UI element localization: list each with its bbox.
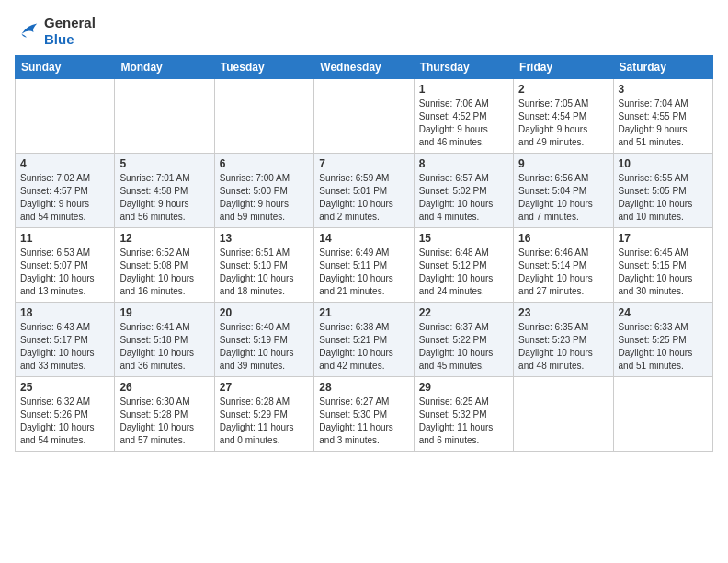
day-number: 6: [220, 157, 309, 170]
day-number: 24: [619, 306, 708, 319]
day-info: Sunrise: 6:52 AM Sunset: 5:08 PM Dayligh…: [119, 247, 209, 298]
calendar-cell: 1Sunrise: 7:06 AM Sunset: 4:52 PM Daylig…: [414, 79, 513, 154]
day-info: Sunrise: 7:01 AM Sunset: 4:58 PM Dayligh…: [119, 172, 209, 224]
day-number: 28: [319, 381, 408, 394]
calendar-cell: 22Sunrise: 6:37 AM Sunset: 5:22 PM Dayli…: [414, 303, 513, 377]
day-info: Sunrise: 6:55 AM Sunset: 5:05 PM Dayligh…: [619, 172, 708, 224]
day-info: Sunrise: 6:41 AM Sunset: 5:18 PM Dayligh…: [119, 321, 209, 373]
day-info: Sunrise: 6:56 AM Sunset: 5:04 PM Dayligh…: [518, 172, 608, 224]
calendar-week-row: 18Sunrise: 6:43 AM Sunset: 5:17 PM Dayli…: [16, 303, 713, 377]
day-info: Sunrise: 6:27 AM Sunset: 5:30 PM Dayligh…: [319, 396, 408, 447]
calendar-cell: 15Sunrise: 6:48 AM Sunset: 5:12 PM Dayli…: [414, 228, 513, 303]
day-info: Sunrise: 7:06 AM Sunset: 4:52 PM Dayligh…: [419, 98, 508, 149]
calendar-week-row: 25Sunrise: 6:32 AM Sunset: 5:26 PM Dayli…: [16, 377, 713, 452]
day-number: 29: [419, 381, 508, 394]
calendar-week-row: 11Sunrise: 6:53 AM Sunset: 5:07 PM Dayli…: [16, 228, 713, 303]
calendar-cell: 27Sunrise: 6:28 AM Sunset: 5:29 PM Dayli…: [214, 377, 313, 452]
calendar-cell: [115, 79, 214, 154]
calendar-cell: 6Sunrise: 7:00 AM Sunset: 5:00 PM Daylig…: [214, 154, 313, 228]
day-number: 21: [319, 306, 408, 319]
day-info: Sunrise: 6:40 AM Sunset: 5:19 PM Dayligh…: [220, 321, 309, 373]
calendar-cell: 26Sunrise: 6:30 AM Sunset: 5:28 PM Dayli…: [115, 377, 214, 452]
weekday-header-row: SundayMondayTuesdayWednesdayThursdayFrid…: [16, 56, 713, 79]
weekday-header: Monday: [115, 56, 214, 79]
day-number: 3: [619, 83, 708, 96]
day-number: 5: [119, 157, 209, 170]
day-number: 8: [419, 157, 508, 170]
day-info: Sunrise: 6:32 AM Sunset: 5:26 PM Dayligh…: [20, 396, 109, 447]
calendar-cell: 4Sunrise: 7:02 AM Sunset: 4:57 PM Daylig…: [16, 154, 115, 228]
day-number: 26: [119, 381, 209, 394]
calendar-table: SundayMondayTuesdayWednesdayThursdayFrid…: [15, 55, 713, 452]
day-info: Sunrise: 7:02 AM Sunset: 4:57 PM Dayligh…: [20, 172, 109, 224]
day-number: 23: [518, 306, 608, 319]
calendar-cell: 7Sunrise: 6:59 AM Sunset: 5:01 PM Daylig…: [314, 154, 414, 228]
day-number: 2: [518, 83, 608, 96]
day-number: 27: [220, 381, 309, 394]
day-info: Sunrise: 6:43 AM Sunset: 5:17 PM Dayligh…: [20, 321, 109, 373]
day-number: 12: [119, 232, 209, 245]
day-number: 1: [419, 83, 508, 96]
calendar-cell: 13Sunrise: 6:51 AM Sunset: 5:10 PM Dayli…: [214, 228, 313, 303]
calendar-cell: [314, 79, 414, 154]
page-header: General Blue: [15, 15, 713, 48]
day-info: Sunrise: 6:25 AM Sunset: 5:32 PM Dayligh…: [419, 396, 508, 447]
calendar-cell: 17Sunrise: 6:45 AM Sunset: 5:15 PM Dayli…: [613, 228, 712, 303]
calendar-cell: 24Sunrise: 6:33 AM Sunset: 5:25 PM Dayli…: [613, 303, 712, 377]
day-number: 7: [319, 157, 408, 170]
day-info: Sunrise: 6:35 AM Sunset: 5:23 PM Dayligh…: [518, 321, 608, 373]
calendar-cell: [613, 377, 712, 452]
day-info: Sunrise: 6:59 AM Sunset: 5:01 PM Dayligh…: [319, 172, 408, 224]
day-info: Sunrise: 6:28 AM Sunset: 5:29 PM Dayligh…: [220, 396, 309, 447]
logo-icon: [15, 18, 40, 44]
calendar-cell: 10Sunrise: 6:55 AM Sunset: 5:05 PM Dayli…: [613, 154, 712, 228]
day-info: Sunrise: 6:45 AM Sunset: 5:15 PM Dayligh…: [619, 247, 708, 298]
calendar-week-row: 1Sunrise: 7:06 AM Sunset: 4:52 PM Daylig…: [16, 79, 713, 154]
calendar-cell: 19Sunrise: 6:41 AM Sunset: 5:18 PM Dayli…: [115, 303, 214, 377]
weekday-header: Friday: [514, 56, 613, 79]
calendar-cell: 20Sunrise: 6:40 AM Sunset: 5:19 PM Dayli…: [214, 303, 313, 377]
logo-text: General Blue: [44, 15, 96, 48]
day-number: 15: [419, 232, 508, 245]
calendar-cell: 16Sunrise: 6:46 AM Sunset: 5:14 PM Dayli…: [514, 228, 613, 303]
weekday-header: Saturday: [613, 56, 712, 79]
calendar-cell: 28Sunrise: 6:27 AM Sunset: 5:30 PM Dayli…: [314, 377, 414, 452]
day-info: Sunrise: 7:04 AM Sunset: 4:55 PM Dayligh…: [619, 98, 708, 149]
day-info: Sunrise: 6:33 AM Sunset: 5:25 PM Dayligh…: [619, 321, 708, 373]
day-info: Sunrise: 6:38 AM Sunset: 5:21 PM Dayligh…: [319, 321, 408, 373]
calendar-cell: 29Sunrise: 6:25 AM Sunset: 5:32 PM Dayli…: [414, 377, 513, 452]
calendar-cell: [514, 377, 613, 452]
day-info: Sunrise: 6:53 AM Sunset: 5:07 PM Dayligh…: [20, 247, 109, 298]
calendar-cell: [214, 79, 313, 154]
day-number: 19: [119, 306, 209, 319]
day-number: 17: [619, 232, 708, 245]
day-info: Sunrise: 6:37 AM Sunset: 5:22 PM Dayligh…: [419, 321, 508, 373]
day-info: Sunrise: 6:51 AM Sunset: 5:10 PM Dayligh…: [220, 247, 309, 298]
calendar-cell: 23Sunrise: 6:35 AM Sunset: 5:23 PM Dayli…: [514, 303, 613, 377]
calendar-cell: 5Sunrise: 7:01 AM Sunset: 4:58 PM Daylig…: [115, 154, 214, 228]
weekday-header: Wednesday: [314, 56, 414, 79]
weekday-header: Tuesday: [214, 56, 313, 79]
day-number: 13: [220, 232, 309, 245]
day-info: Sunrise: 6:49 AM Sunset: 5:11 PM Dayligh…: [319, 247, 408, 298]
calendar-cell: [16, 79, 115, 154]
day-number: 20: [220, 306, 309, 319]
day-number: 22: [419, 306, 508, 319]
day-info: Sunrise: 7:00 AM Sunset: 5:00 PM Dayligh…: [220, 172, 309, 224]
day-info: Sunrise: 7:05 AM Sunset: 4:54 PM Dayligh…: [518, 98, 608, 149]
calendar-cell: 11Sunrise: 6:53 AM Sunset: 5:07 PM Dayli…: [16, 228, 115, 303]
day-info: Sunrise: 6:48 AM Sunset: 5:12 PM Dayligh…: [419, 247, 508, 298]
day-number: 16: [518, 232, 608, 245]
logo: General Blue: [15, 15, 96, 48]
calendar-cell: 3Sunrise: 7:04 AM Sunset: 4:55 PM Daylig…: [613, 79, 712, 154]
day-info: Sunrise: 6:57 AM Sunset: 5:02 PM Dayligh…: [419, 172, 508, 224]
day-number: 14: [319, 232, 408, 245]
calendar-cell: 21Sunrise: 6:38 AM Sunset: 5:21 PM Dayli…: [314, 303, 414, 377]
day-number: 18: [20, 306, 109, 319]
weekday-header: Thursday: [414, 56, 513, 79]
day-number: 11: [20, 232, 109, 245]
day-number: 4: [20, 157, 109, 170]
calendar-cell: 9Sunrise: 6:56 AM Sunset: 5:04 PM Daylig…: [514, 154, 613, 228]
calendar-cell: 2Sunrise: 7:05 AM Sunset: 4:54 PM Daylig…: [514, 79, 613, 154]
day-info: Sunrise: 6:30 AM Sunset: 5:28 PM Dayligh…: [119, 396, 209, 447]
